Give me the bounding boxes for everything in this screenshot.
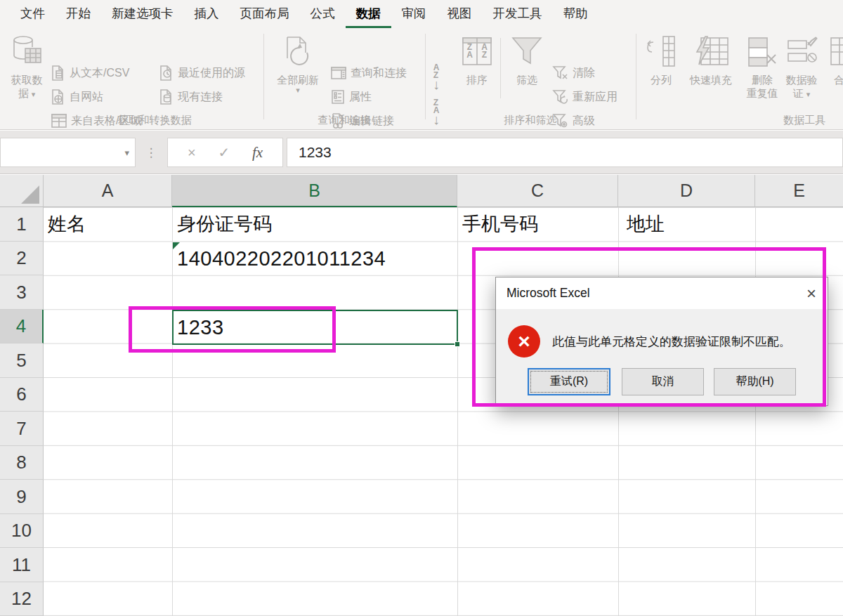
formula-value: 1233 <box>299 144 332 161</box>
get-data-label-2: 据 ▾ <box>18 86 36 100</box>
excel-window: 文件 开始 新建选项卡 插入 页面布局 公式 数据 审阅 视图 开发工具 帮助 <box>0 0 843 616</box>
tab-formulas[interactable]: 公式 <box>300 0 346 28</box>
column-header-e[interactable]: E <box>755 175 843 207</box>
cell-b1[interactable]: 身份证号码 <box>177 207 272 242</box>
tab-file[interactable]: 文件 <box>10 0 55 28</box>
queries-connections-button[interactable]: 查询和连接 <box>330 63 407 83</box>
group-separator <box>425 34 426 119</box>
flash-fill-button[interactable]: 快速填充 <box>683 31 739 86</box>
from-text-csv-button[interactable]: 从文本/CSV <box>51 63 129 83</box>
consolidate-icon <box>828 31 843 72</box>
cell-b2[interactable]: 140402202201011234 <box>177 242 386 276</box>
database-icon <box>11 31 42 72</box>
arrow-down-icon: ↓ <box>433 81 440 89</box>
sort-descending-button[interactable]: ZA ↓ <box>433 101 440 121</box>
column-header-d[interactable]: D <box>618 175 755 207</box>
tab-home[interactable]: 开始 <box>55 0 101 28</box>
sort-button[interactable]: ZA AZ 排序 <box>458 31 496 86</box>
group-separator <box>500 38 501 98</box>
properties-icon <box>330 89 346 105</box>
refresh-all-button[interactable]: 全部刷新 ▾ <box>273 31 323 93</box>
file-globe-icon <box>51 89 66 105</box>
file-clock-icon <box>159 65 174 81</box>
select-all-triangle-icon <box>21 185 39 204</box>
tab-new-custom-tab[interactable]: 新建选项卡 <box>101 0 184 28</box>
get-data-label: 获取数 <box>11 73 43 86</box>
arrow-down-icon: ↓ <box>433 116 440 124</box>
row-header-1[interactable]: 1 <box>0 207 44 242</box>
gridline <box>172 207 173 616</box>
confirm-entry-icon[interactable]: ✓ <box>218 144 230 161</box>
existing-connections-button[interactable]: 现有连接 <box>159 87 223 107</box>
row-header-3[interactable]: 3 <box>0 275 44 310</box>
tab-view[interactable]: 视图 <box>437 0 483 28</box>
get-data-button[interactable]: 获取数 据 ▾ <box>6 31 48 100</box>
remove-duplicates-button[interactable]: 删除 重复值 <box>743 31 781 100</box>
text-to-columns-icon <box>645 31 677 72</box>
name-box[interactable]: ▾ <box>0 138 136 167</box>
group-label-data-tools: 数据工具 <box>717 114 843 127</box>
column-header-c[interactable]: C <box>457 175 618 207</box>
row-header-6[interactable]: 6 <box>0 378 44 412</box>
text-to-columns-button[interactable]: 分列 <box>643 31 679 86</box>
group-label-get-transform: 获取和转换数据 <box>42 114 267 127</box>
chevron-down-icon: ▾ <box>296 86 300 93</box>
tab-data[interactable]: 数据 <box>346 0 391 28</box>
tab-review[interactable]: 审阅 <box>391 0 437 28</box>
column-header-a[interactable]: A <box>44 175 172 207</box>
from-web-button[interactable]: 自网站 <box>51 87 103 107</box>
flash-fill-icon <box>693 31 729 72</box>
clear-filter-button[interactable]: 清除 <box>552 63 595 83</box>
row-header-12[interactable]: 12 <box>0 582 44 616</box>
chevron-down-icon: ▾ <box>32 90 36 98</box>
file-database-icon <box>159 89 174 105</box>
row-header-11[interactable]: 11 <box>0 548 44 582</box>
row-header-4[interactable]: 4 <box>0 310 44 343</box>
name-box-dropdown-icon[interactable]: ▾ <box>124 148 129 158</box>
row-header-10[interactable]: 10 <box>0 514 44 548</box>
insert-function-icon[interactable]: fx <box>252 144 263 162</box>
tab-developer[interactable]: 开发工具 <box>483 0 553 28</box>
error-indicator-icon <box>173 242 180 249</box>
window-list-icon <box>330 65 347 81</box>
row-header-2[interactable]: 2 <box>0 242 44 275</box>
formula-bar-drag-handle[interactable]: ⋮ <box>145 138 157 167</box>
select-all-button[interactable] <box>0 175 44 207</box>
sort-az-icon: AZ ↓ <box>433 64 440 89</box>
formula-controls: × ✓ fx <box>167 138 283 167</box>
row-header-8[interactable]: 8 <box>0 446 44 480</box>
refresh-icon <box>282 31 314 72</box>
fill-handle[interactable] <box>455 341 460 347</box>
reapply-filter-button[interactable]: 重新应用 <box>552 87 617 107</box>
tab-help[interactable]: 帮助 <box>553 0 599 28</box>
consolidate-button[interactable]: 合并 <box>823 31 843 86</box>
row-header-5[interactable]: 5 <box>0 343 44 378</box>
recent-sources-button[interactable]: 最近使用的源 <box>159 63 245 83</box>
data-validation-button[interactable]: 数据验 证 ▾ <box>783 31 821 100</box>
filter-button[interactable]: 筛选 <box>507 31 547 86</box>
row-header-7[interactable]: 7 <box>0 412 44 446</box>
file-csv-icon <box>51 65 66 81</box>
cell-a1[interactable]: 姓名 <box>48 207 86 242</box>
annotation-box-dialog <box>472 247 826 407</box>
ribbon-tab-bar: 文件 开始 新建选项卡 插入 页面布局 公式 数据 审阅 视图 开发工具 帮助 <box>0 0 843 28</box>
cancel-entry-icon[interactable]: × <box>188 145 196 161</box>
sort-ascending-button[interactable]: AZ ↓ <box>433 66 440 86</box>
funnel-x-icon <box>552 65 569 81</box>
tab-insert[interactable]: 插入 <box>184 0 230 28</box>
cell-d1[interactable]: 地址 <box>627 207 665 242</box>
tab-page-layout[interactable]: 页面布局 <box>230 0 300 28</box>
formula-input[interactable]: 1233 <box>287 138 843 167</box>
column-header-b[interactable]: B <box>172 175 457 207</box>
group-separator <box>263 34 264 119</box>
data-validation-icon <box>785 31 818 72</box>
formula-bar: ▾ ⋮ × ✓ fx 1233 <box>0 131 843 174</box>
group-separator <box>636 34 636 119</box>
row-header-9[interactable]: 9 <box>0 480 44 514</box>
cell-c1[interactable]: 手机号码 <box>462 207 538 242</box>
gridline <box>457 207 458 616</box>
ribbon: 获取数 据 ▾ 从文本/CSV 自网站 来自表格/区域 最近使用的源 现有连接 … <box>0 28 843 130</box>
properties-button[interactable]: 属性 <box>330 87 372 107</box>
sort-dialog-icon: ZA AZ <box>462 31 492 72</box>
group-label-queries: 查询和连接 <box>277 114 411 127</box>
